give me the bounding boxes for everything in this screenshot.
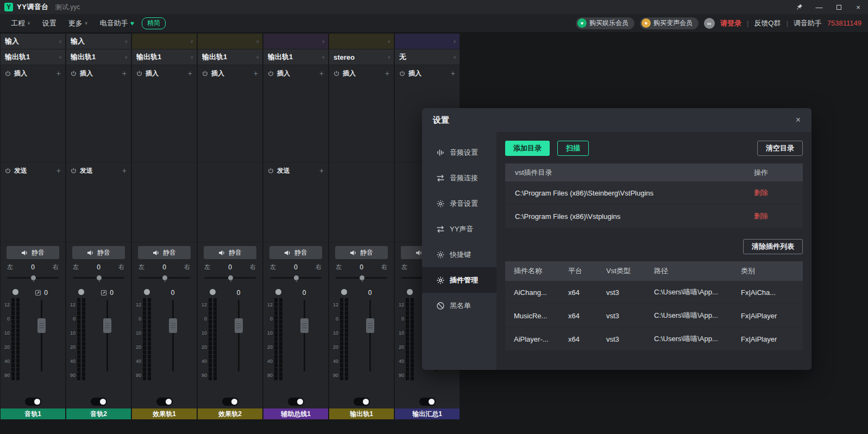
fader-handle[interactable] [37,318,46,333]
output-selector[interactable]: 输出轨1 ∨ [198,49,262,65]
add-insert-button[interactable]: + [385,69,389,78]
clear-plugin-list-button[interactable]: 清除插件列表 [743,239,803,254]
meter-knob[interactable] [341,289,347,295]
output-selector[interactable]: 无 ∨ [395,49,460,65]
menu-more[interactable]: 更多 ∨ [64,18,92,28]
input-selector[interactable]: ∨ [198,34,262,49]
pin-button[interactable] [790,0,809,14]
pan-slider[interactable] [7,275,59,281]
table-row[interactable]: AiPlayer-... x64 vst3 C:\Users\喵喵\App...… [505,328,803,351]
pan-handle[interactable] [97,275,102,280]
add-send-button[interactable]: + [56,166,61,175]
volume-fader[interactable] [172,300,174,372]
menu-settings[interactable]: 设置 [38,18,61,28]
pan-handle[interactable] [31,275,36,280]
output-selector[interactable]: stereo ∨ [329,49,394,65]
power-icon[interactable] [268,71,274,77]
channel-toggle[interactable] [419,398,436,406]
mute-button[interactable]: 静音 [269,246,322,259]
input-selector[interactable]: ∨ [329,34,394,49]
mute-button[interactable]: 静音 [138,246,191,259]
mute-button[interactable]: 静音 [7,246,59,259]
channel-toggle[interactable] [288,398,304,406]
add-insert-button[interactable]: + [451,69,455,78]
volume-fader[interactable] [106,300,108,372]
power-icon[interactable] [334,71,339,77]
pan-handle[interactable] [294,275,299,280]
table-row[interactable]: AiChang... x64 vst3 C:\Users\喵喵\App... F… [505,281,803,304]
channel-toggle[interactable] [354,398,370,406]
table-row[interactable]: MusicRe... x64 vst3 C:\Users\喵喵\App... F… [505,304,803,328]
mute-button[interactable]: 静音 [204,246,256,259]
fader-handle[interactable] [103,318,111,333]
sidebar-item-audio-connect[interactable]: 音频连接 [422,165,496,191]
power-icon[interactable] [399,71,405,77]
volume-fader[interactable] [304,300,305,372]
sidebar-item-audio-settings[interactable]: 音频设置 [422,140,496,165]
input-selector[interactable]: 输入 ∨ [66,34,131,49]
pan-handle[interactable] [228,275,233,280]
pan-slider[interactable] [270,275,322,281]
service-icon[interactable]: ∞ [704,18,715,29]
meter-knob[interactable] [144,289,150,295]
output-selector[interactable]: 输出轨1 ∨ [132,49,197,65]
channel-toggle[interactable] [222,398,238,406]
power-icon[interactable] [5,168,11,174]
popout-icon[interactable] [35,290,41,296]
simple-mode-badge[interactable]: 精简 [142,17,166,29]
volume-fader[interactable] [238,300,240,372]
add-directory-button[interactable]: 添加目录 [505,141,550,156]
meter-knob[interactable] [12,289,18,295]
add-insert-button[interactable]: + [56,69,61,78]
power-icon[interactable] [5,71,11,77]
login-button[interactable]: 请登录 [720,18,741,28]
power-icon[interactable] [268,168,274,174]
fader-handle[interactable] [366,318,374,333]
add-insert-button[interactable]: + [254,69,258,78]
meter-knob[interactable] [275,289,281,295]
popout-icon[interactable] [100,290,107,296]
meter-knob[interactable] [78,289,84,295]
channel-toggle[interactable] [91,398,107,406]
pan-handle[interactable] [162,275,167,280]
close-window-button[interactable]: × [848,0,868,14]
maximize-button[interactable] [829,0,848,14]
sidebar-item-blacklist[interactable]: 黑名单 [422,293,496,318]
add-insert-button[interactable]: + [188,69,192,78]
delete-link[interactable]: 删除 [754,188,793,198]
fader-handle[interactable] [300,318,309,333]
power-icon[interactable] [71,71,77,77]
fader-handle[interactable] [235,318,243,333]
sidebar-item-yy-sound[interactable]: YY声音 [422,216,496,242]
power-icon[interactable] [202,71,208,77]
sidebar-item-plugin-manager[interactable]: 插件管理 [422,267,496,293]
output-selector[interactable]: 输出轨1 ∨ [66,49,131,65]
sidebar-item-record-settings[interactable]: 录音设置 [422,191,496,216]
pan-slider[interactable] [336,275,387,281]
clear-directories-button[interactable]: 清空目录 [757,141,803,156]
pan-handle[interactable] [360,275,364,280]
menu-project[interactable]: 工程 ∨ [7,18,35,28]
menu-voice-assistant[interactable]: 电音助手 ♥ [96,18,139,28]
delete-link[interactable]: 删除 [754,211,793,221]
pan-slider[interactable] [204,275,256,281]
output-selector[interactable]: 输出轨1 ∨ [1,49,65,65]
add-send-button[interactable]: + [319,166,324,175]
channel-toggle[interactable] [156,398,173,406]
buy-voice-member-button[interactable]: ♥ 购买变声会员 [640,17,699,29]
mute-button[interactable]: 静音 [335,246,388,259]
power-icon[interactable] [136,71,142,77]
meter-knob[interactable] [407,289,413,295]
add-insert-button[interactable]: + [122,69,127,78]
minimize-button[interactable]: — [809,0,829,14]
power-icon[interactable] [71,168,77,174]
dialog-close-button[interactable]: × [796,115,801,125]
channel-toggle[interactable] [25,398,41,406]
fader-handle[interactable] [169,318,177,333]
sidebar-item-hotkeys[interactable]: 快捷键 [422,242,496,267]
volume-fader[interactable] [41,300,42,372]
meter-knob[interactable] [210,289,216,295]
add-insert-button[interactable]: + [319,69,324,78]
input-selector[interactable]: ∨ [395,34,460,49]
volume-fader[interactable] [369,300,371,372]
